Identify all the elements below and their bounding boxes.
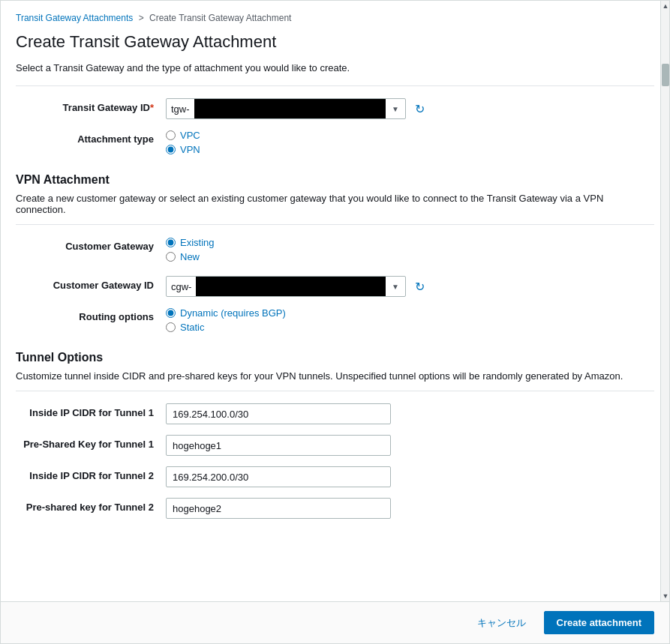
customer-gateway-id-select-row: cgw- ▼ ↻ <box>166 276 654 297</box>
scrollbar-thumb[interactable] <box>662 64 669 86</box>
customer-gateway-id-control: cgw- ▼ ↻ <box>166 276 654 297</box>
cgw-dropdown-arrow: ▼ <box>386 283 405 291</box>
tunnel2-key-label: Pre-shared key for Tunnel 2 <box>16 498 166 513</box>
transit-gateway-id-label: Transit Gateway ID* <box>16 98 166 113</box>
scroll-up-arrow[interactable]: ▲ <box>661 1 670 11</box>
vpn-section-description: Create a new customer gateway or select … <box>16 193 654 215</box>
customer-gateway-new-row: New <box>166 251 654 262</box>
tunnel1-cidr-input[interactable] <box>166 403 391 424</box>
attachment-type-vpn-label[interactable]: VPN <box>180 144 200 155</box>
tunnel2-cidr-control <box>166 466 654 487</box>
tunnel1-cidr-label: Inside IP CIDR for Tunnel 1 <box>16 403 166 418</box>
tunnel1-cidr-control <box>166 403 654 424</box>
tgw-prefix: tgw- <box>167 103 194 115</box>
breadcrumb-link[interactable]: Transit Gateway Attachments <box>16 13 133 23</box>
vpn-section-divider <box>16 224 654 225</box>
main-content: Transit Gateway Attachments > Create Tra… <box>1 1 669 589</box>
tgw-dropdown-arrow: ▼ <box>386 105 405 113</box>
routing-static-label[interactable]: Static <box>180 322 205 333</box>
required-marker: * <box>150 102 154 113</box>
breadcrumb-separator: > <box>139 13 144 23</box>
breadcrumb: Transit Gateway Attachments > Create Tra… <box>16 13 654 23</box>
customer-gateway-id-row: Customer Gateway ID cgw- ▼ ↻ <box>16 276 654 297</box>
tunnel-section-divider <box>16 391 654 391</box>
customer-gateway-id-select[interactable]: cgw- ▼ <box>166 276 406 297</box>
tgw-masked-value <box>194 99 386 118</box>
customer-gateway-new-radio[interactable] <box>166 252 176 262</box>
tunnel2-key-row: Pre-shared key for Tunnel 2 <box>16 498 654 519</box>
attachment-type-vpc-radio[interactable] <box>166 130 176 140</box>
page-wrapper: Transit Gateway Attachments > Create Tra… <box>0 0 670 644</box>
cancel-button[interactable]: キャンセル <box>468 612 535 634</box>
cgw-prefix: cgw- <box>167 281 196 292</box>
routing-static-row: Static <box>166 322 654 333</box>
tunnel2-cidr-row: Inside IP CIDR for Tunnel 2 <box>16 466 654 487</box>
tunnel1-cidr-row: Inside IP CIDR for Tunnel 1 <box>16 403 654 424</box>
cgw-masked-value <box>196 277 386 296</box>
attachment-type-vpc-row: VPC <box>166 130 654 141</box>
routing-dynamic-radio[interactable] <box>166 308 176 318</box>
breadcrumb-current: Create Transit Gateway Attachment <box>149 13 291 23</box>
tgw-refresh-button[interactable]: ↻ <box>412 100 428 118</box>
create-attachment-button[interactable]: Create attachment <box>544 611 654 634</box>
customer-gateway-label: Customer Gateway <box>16 237 166 252</box>
tunnel1-key-input[interactable] <box>166 435 391 456</box>
attachment-type-label: Attachment type <box>16 130 166 145</box>
routing-options-label: Routing options <box>16 307 166 322</box>
routing-dynamic-label[interactable]: Dynamic (requires BGP) <box>180 307 286 319</box>
page-description: Select a Transit Gateway and the type of… <box>16 62 654 73</box>
customer-gateway-id-label: Customer Gateway ID <box>16 276 166 291</box>
footer-bar: キャンセル Create attachment <box>1 601 669 643</box>
attachment-type-vpn-row: VPN <box>166 144 654 155</box>
tunnel-section-description: Customize tunnel inside CIDR and pre-sha… <box>16 370 654 382</box>
routing-dynamic-row: Dynamic (requires BGP) <box>166 307 654 319</box>
cgw-refresh-button[interactable]: ↻ <box>412 278 428 295</box>
customer-gateway-row: Customer Gateway Existing New <box>16 237 654 265</box>
tunnel2-key-input[interactable] <box>166 498 391 519</box>
tunnel2-cidr-label: Inside IP CIDR for Tunnel 2 <box>16 466 166 481</box>
customer-gateway-existing-row: Existing <box>166 237 654 248</box>
tunnel2-cidr-input[interactable] <box>166 466 391 487</box>
tunnel1-key-row: Pre-Shared Key for Tunnel 1 <box>16 435 654 456</box>
scroll-down-arrow[interactable]: ▼ <box>661 591 670 601</box>
transit-gateway-select[interactable]: tgw- ▼ <box>166 98 406 119</box>
transit-gateway-select-row: tgw- ▼ ↻ <box>166 98 654 119</box>
page-title: Create Transit Gateway Attachment <box>16 32 654 52</box>
vpn-section-title: VPN Attachment <box>16 173 654 187</box>
attachment-type-vpc-label[interactable]: VPC <box>180 130 200 141</box>
customer-gateway-new-label[interactable]: New <box>180 251 200 262</box>
routing-options-row: Routing options Dynamic (requires BGP) S… <box>16 307 654 336</box>
attachment-type-control: VPC VPN <box>166 130 654 158</box>
attachment-type-row: Attachment type VPC VPN <box>16 130 654 158</box>
tunnel2-key-control <box>166 498 654 519</box>
form-divider-top <box>16 85 654 86</box>
transit-gateway-id-control: tgw- ▼ ↻ <box>166 98 654 119</box>
routing-static-radio[interactable] <box>166 322 176 332</box>
tunnel1-key-control <box>166 435 654 456</box>
tunnel-section-title: Tunnel Options <box>16 351 654 364</box>
customer-gateway-existing-label[interactable]: Existing <box>180 237 215 248</box>
customer-gateway-control: Existing New <box>166 237 654 265</box>
customer-gateway-existing-radio[interactable] <box>166 238 176 247</box>
attachment-type-vpn-radio[interactable] <box>166 145 176 154</box>
tunnel1-key-label: Pre-Shared Key for Tunnel 1 <box>16 435 166 450</box>
transit-gateway-id-row: Transit Gateway ID* tgw- ▼ ↻ <box>16 98 654 119</box>
scrollbar-track: ▲ ▼ <box>660 1 669 643</box>
routing-options-control: Dynamic (requires BGP) Static <box>166 307 654 336</box>
